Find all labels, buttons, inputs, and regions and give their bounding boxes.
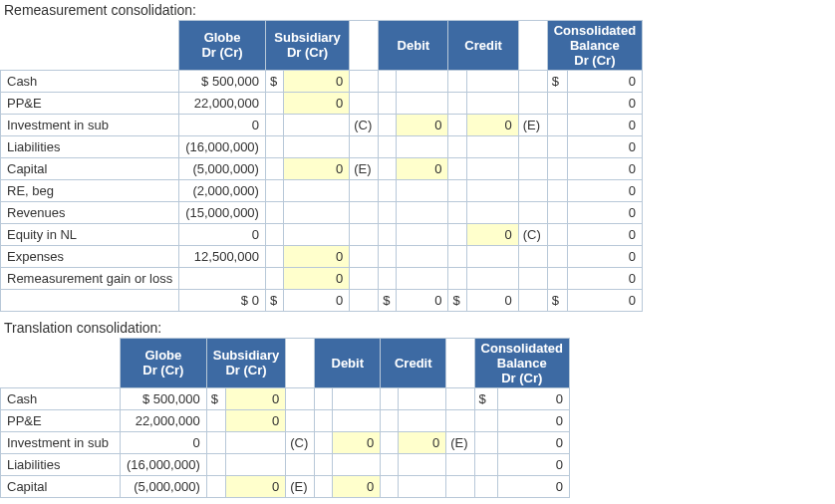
table-row: RE, beg(2,000,000)0 (1, 179, 643, 201)
cell-dc1 (350, 92, 379, 114)
cell-sub[interactable]: 0 (284, 267, 350, 289)
cell-sub (284, 179, 350, 201)
total-bal_sym: $ (547, 289, 568, 311)
row-label: Liabilities (1, 135, 179, 157)
table-row: Cash$ 500,000$0$0 (1, 387, 570, 409)
cell-bal: 0 (568, 223, 643, 245)
cell-globe (179, 267, 266, 289)
col-debit: Debit (379, 21, 448, 71)
cell-sub (284, 223, 350, 245)
table-row: Cash$ 500,000$0$0 (1, 70, 643, 92)
total-sub: 0 (284, 289, 350, 311)
cell-bal: 0 (568, 201, 643, 223)
table-row: Capital(5,000,000)0(E)00 (1, 157, 643, 179)
total-bal: 0 (568, 289, 643, 311)
cell-debit (397, 92, 448, 114)
cell-credit (399, 409, 446, 431)
cell-sub_sym (265, 135, 283, 157)
cell-debit_sym (379, 267, 397, 289)
cell-dc1: (E) (286, 475, 315, 497)
cell-bal: 0 (568, 114, 643, 135)
cell-credit_sym (381, 387, 399, 409)
cell-dc1 (350, 179, 379, 201)
cell-bal_sym (474, 475, 497, 497)
cell-debit (397, 201, 448, 223)
cell-debit (397, 223, 448, 245)
cell-bal: 0 (568, 267, 643, 289)
translation-table: Globe Dr (Cr) Subsidiary Dr (Cr) Debit C… (0, 338, 570, 498)
cell-credit_sym (448, 92, 466, 114)
cell-sub[interactable]: 0 (226, 475, 286, 497)
cell-debit[interactable]: 0 (397, 114, 448, 135)
table-row: Remeasurement gain or loss00 (1, 267, 643, 289)
cell-sub[interactable]: 0 (284, 157, 350, 179)
cell-bal_sym (547, 245, 568, 267)
remeasurement-table: Globe Dr (Cr) Subsidiary Dr (Cr) Debit C… (0, 20, 643, 312)
cell-credit_sym (381, 409, 399, 431)
cell-dc1 (286, 409, 315, 431)
cell-debit_sym (379, 135, 397, 157)
total-dc1blank (350, 289, 379, 311)
cell-sub[interactable]: 0 (226, 387, 286, 409)
cell-credit[interactable]: 0 (466, 223, 518, 245)
cell-debit_sym (315, 453, 333, 475)
cell-credit[interactable]: 0 (399, 431, 446, 453)
row-label: Investment in sub (1, 431, 121, 453)
cell-debit_sym (379, 201, 397, 223)
cell-credit_sym (381, 431, 399, 453)
cell-globe: (15,000,000) (179, 201, 266, 223)
cell-debit_sym (315, 409, 333, 431)
cell-globe: (5,000,000) (179, 157, 266, 179)
cell-bal: 0 (498, 431, 570, 453)
col-consol-l1b: Consolidated (481, 341, 563, 356)
cell-sub[interactable]: 0 (284, 92, 350, 114)
cell-bal_sym (547, 223, 568, 245)
table-row: Expenses12,500,00000 (1, 245, 643, 267)
cell-dc2: (C) (518, 223, 547, 245)
col-sub-l2: Dr (Cr) (287, 45, 328, 60)
cell-dc1: (C) (350, 114, 379, 135)
cell-debit[interactable]: 0 (333, 431, 381, 453)
cell-sub_sym (265, 179, 283, 201)
cell-credit (466, 267, 518, 289)
cell-debit_sym (379, 114, 397, 135)
cell-dc2 (518, 179, 547, 201)
col-credit-b: Credit (381, 338, 446, 387)
col-credit: Credit (448, 21, 518, 71)
cell-credit (466, 157, 518, 179)
cell-credit_sym (448, 267, 466, 289)
cell-sub_sym (206, 475, 226, 497)
cell-sub (284, 201, 350, 223)
cell-sub_sym (265, 92, 283, 114)
cell-sub_sym (206, 409, 226, 431)
cell-debit_sym (315, 431, 333, 453)
cell-debit[interactable]: 0 (397, 157, 448, 179)
cell-credit (399, 475, 446, 497)
cell-bal: 0 (568, 135, 643, 157)
col-sub-l1b: Subsidiary (213, 348, 279, 363)
row-label: Cash (1, 387, 121, 409)
cell-bal: 0 (498, 453, 570, 475)
cell-debit_sym (379, 223, 397, 245)
cell-credit[interactable]: 0 (466, 114, 518, 135)
total-globe: $ 0 (179, 289, 266, 311)
cell-dc2: (E) (446, 431, 474, 453)
cell-debit (333, 387, 381, 409)
cell-debit[interactable]: 0 (333, 475, 381, 497)
table-row: Capital(5,000,000)0(E)00 (1, 475, 570, 497)
cell-credit_sym (381, 475, 399, 497)
cell-dc2: (E) (518, 114, 547, 135)
cell-dc1 (286, 453, 315, 475)
cell-credit_sym (448, 157, 466, 179)
cell-bal_sym: $ (474, 387, 497, 409)
cell-debit (397, 179, 448, 201)
cell-globe: 0 (179, 114, 266, 135)
cell-debit (397, 267, 448, 289)
cell-sub[interactable]: 0 (284, 245, 350, 267)
cell-credit (466, 179, 518, 201)
cell-credit (399, 453, 446, 475)
cell-sub[interactable]: 0 (226, 409, 286, 431)
cell-sub_sym: $ (206, 387, 226, 409)
cell-sub_sym (265, 245, 283, 267)
cell-sub[interactable]: 0 (284, 70, 350, 92)
